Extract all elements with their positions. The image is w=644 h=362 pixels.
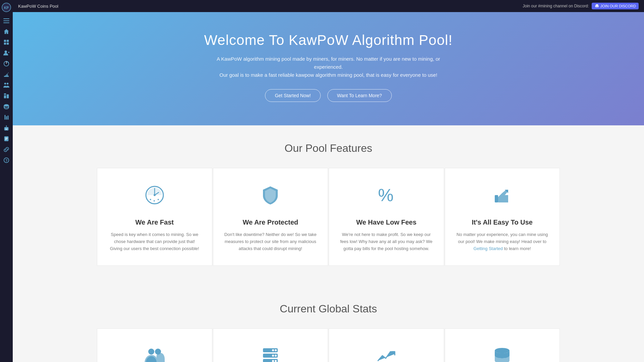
sidebar-item-menu[interactable]	[1, 16, 12, 25]
discord-btn-label: JOIN OUR DISCORD	[600, 4, 636, 8]
fees-desc: We're not here to make profit. So we kee…	[339, 231, 434, 252]
protected-icon	[223, 185, 318, 212]
svg-text:●: ●	[150, 198, 151, 201]
svg-rect-8	[7, 43, 9, 45]
main-content: KawPoW Coins Pool Join our #mining chann…	[13, 0, 644, 362]
svg-point-52	[272, 355, 274, 357]
topbar: KawPoW Coins Pool Join our #mining chann…	[13, 0, 644, 12]
stats-grid: Miners Server	[97, 328, 560, 362]
svg-point-29	[6, 125, 7, 126]
svg-point-45	[148, 349, 154, 355]
svg-point-9	[5, 51, 7, 53]
svg-rect-31	[5, 137, 7, 138]
svg-rect-24	[4, 127, 9, 130]
stat-card-servers: Servers	[213, 328, 328, 362]
features-grid: ● ● ● We Are Fast Speed is key when it c…	[97, 168, 560, 266]
app-logo: KP	[2, 3, 11, 12]
svg-text:%: %	[378, 185, 393, 205]
miners-icon	[107, 346, 202, 362]
stats-title: Current Global Stats	[19, 303, 637, 315]
blocks-stat-icon	[455, 346, 550, 362]
protected-desc: Don't like downtime? Neither do we! So w…	[223, 231, 318, 252]
servers-icon	[223, 346, 318, 362]
sidebar-item-tools[interactable]	[1, 113, 12, 122]
feature-card-fast: ● ● ● We Are Fast Speed is key when it c…	[97, 168, 212, 266]
fast-title: We Are Fast	[107, 219, 202, 226]
easy-icon	[455, 185, 550, 212]
svg-rect-6	[7, 40, 9, 42]
discord-icon	[594, 4, 599, 8]
svg-rect-3	[3, 20, 9, 21]
svg-rect-18	[7, 95, 9, 99]
discord-area: Join our #mining channel on Discord: JOI…	[523, 3, 639, 9]
protected-title: We Are Protected	[223, 219, 318, 226]
svg-rect-19	[4, 94, 6, 95]
svg-rect-21	[5, 115, 6, 120]
features-section: Our Pool Features ● ● ● We Are	[13, 125, 644, 286]
svg-rect-26	[7, 128, 7, 129]
svg-rect-5	[4, 40, 6, 42]
svg-point-48	[275, 349, 277, 351]
learn-more-button[interactable]: Want To Learn More?	[327, 89, 392, 102]
sidebar-item-coins[interactable]	[1, 102, 12, 111]
stat-card-blocks: Blocks Found	[445, 328, 560, 362]
sidebar-item-add-user[interactable]	[1, 48, 12, 58]
svg-text:?: ?	[5, 159, 8, 163]
fees-icon: %	[339, 185, 434, 212]
svg-point-51	[275, 355, 277, 357]
svg-point-15	[4, 83, 6, 84]
svg-point-57	[495, 348, 509, 353]
hero-heading: Welcome To KawPoW Algorithm Pool!	[19, 32, 637, 48]
svg-rect-32	[5, 138, 7, 139]
svg-text:●: ●	[153, 199, 155, 202]
hero-section: Welcome To KawPoW Algorithm Pool! A KawP…	[13, 12, 644, 125]
hero-subtext: A KawPoW algorithm mining pool made by m…	[211, 55, 446, 79]
sidebar-item-links[interactable]	[1, 145, 12, 154]
discord-text: Join our #mining channel on Discord:	[523, 4, 589, 8]
svg-rect-17	[4, 95, 6, 98]
svg-point-39	[154, 194, 156, 196]
stats-section: Current Global Stats Miners	[13, 286, 644, 362]
fast-desc: Speed is key when it comes to mining. So…	[107, 231, 202, 252]
easy-title: It's All Easy To Use	[455, 219, 550, 226]
fast-icon: ● ● ●	[107, 185, 202, 212]
sidebar-item-stats[interactable]	[1, 59, 12, 68]
sidebar-item-help[interactable]: ?	[1, 156, 12, 165]
svg-rect-33	[5, 139, 7, 140]
svg-text:●: ●	[157, 198, 159, 201]
sidebar-item-home[interactable]	[1, 27, 12, 36]
getting-started-link[interactable]: Getting Started	[474, 246, 503, 251]
svg-rect-4	[3, 22, 9, 23]
sidebar: KP	[0, 0, 13, 362]
sidebar-item-mining[interactable]	[1, 70, 12, 79]
svg-point-20	[4, 104, 9, 107]
feature-card-easy: It's All Easy To Use No matter your expe…	[445, 168, 560, 266]
stat-card-hashrate: Hashrate	[329, 328, 444, 362]
svg-rect-14	[4, 76, 9, 77]
svg-rect-2	[3, 18, 9, 19]
svg-rect-22	[6, 116, 7, 120]
svg-rect-27	[5, 129, 7, 130]
svg-text:KP: KP	[4, 6, 9, 10]
svg-point-16	[7, 83, 8, 84]
sidebar-item-dashboard[interactable]	[1, 38, 12, 47]
sidebar-item-blocks[interactable]	[1, 91, 12, 101]
stat-card-miners: Miners	[97, 328, 212, 362]
svg-rect-7	[4, 43, 6, 45]
feature-card-protected: We Are Protected Don't like downtime? Ne…	[213, 168, 328, 266]
easy-desc: No matter your experience, you can mine …	[455, 231, 550, 252]
sidebar-item-bot[interactable]	[1, 123, 12, 133]
svg-rect-44	[495, 195, 498, 202]
hashrate-icon	[339, 346, 434, 362]
hero-buttons: Get Started Now! Want To Learn More?	[19, 89, 637, 102]
get-started-button[interactable]: Get Started Now!	[265, 89, 320, 102]
svg-rect-25	[5, 128, 6, 129]
feature-card-fees: % We Have Low Fees We're not here to mak…	[329, 168, 444, 266]
svg-rect-23	[8, 116, 9, 120]
sidebar-item-workers[interactable]	[1, 80, 12, 90]
app-title: KawPoW Coins Pool	[18, 4, 58, 9]
discord-button[interactable]: JOIN OUR DISCORD	[592, 3, 639, 9]
fees-title: We Have Low Fees	[339, 219, 434, 226]
sidebar-item-records[interactable]	[1, 134, 12, 143]
svg-point-49	[272, 349, 274, 351]
